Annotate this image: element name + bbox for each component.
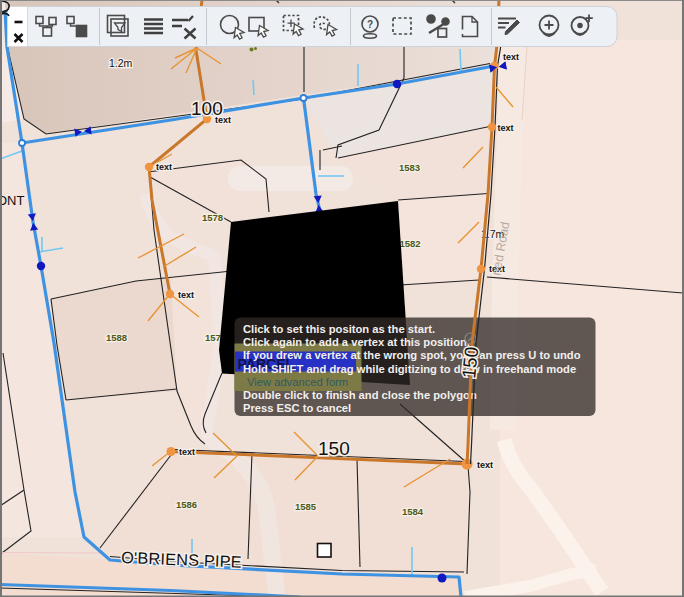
- svg-text:Double click to finish and clo: Double click to finish and close the pol…: [243, 389, 477, 401]
- svg-text:text: text: [179, 447, 195, 457]
- svg-text:1586: 1586: [176, 499, 197, 510]
- svg-text:150: 150: [318, 438, 350, 459]
- svg-text:If you drew a vertex at the wr: If you drew a vertex at the wrong spot, …: [243, 349, 581, 361]
- svg-text:1578: 1578: [202, 212, 223, 223]
- svg-text:157: 157: [205, 332, 221, 343]
- svg-text:1584: 1584: [402, 506, 424, 517]
- svg-text:1585: 1585: [295, 501, 317, 512]
- svg-text:Click again to add a vertex at: Click again to add a vertex at this posi…: [243, 336, 470, 348]
- svg-text:1588: 1588: [106, 332, 127, 343]
- svg-text:text: text: [477, 460, 493, 470]
- svg-text:1583: 1583: [399, 162, 420, 173]
- svg-text:1.2m: 1.2m: [109, 57, 133, 69]
- svg-text:text: text: [503, 52, 519, 62]
- svg-text:View advanced form: View advanced form: [247, 376, 348, 388]
- svg-text:1582: 1582: [400, 238, 421, 249]
- svg-text:100: 100: [191, 98, 223, 119]
- svg-text:150: 150: [458, 346, 482, 380]
- svg-text:ONT: ONT: [0, 193, 25, 208]
- svg-text:?: ?: [367, 19, 373, 30]
- svg-text:Press ESC to cancel: Press ESC to cancel: [243, 402, 351, 414]
- svg-text:Hold SHIFT and drag while digi: Hold SHIFT and drag while digitizing to …: [243, 363, 576, 375]
- svg-text:text: text: [156, 162, 172, 172]
- svg-text:text: text: [498, 123, 514, 133]
- svg-text:Click to set this positon as t: Click to set this positon as the start.: [243, 323, 435, 335]
- svg-text:text: text: [178, 290, 194, 300]
